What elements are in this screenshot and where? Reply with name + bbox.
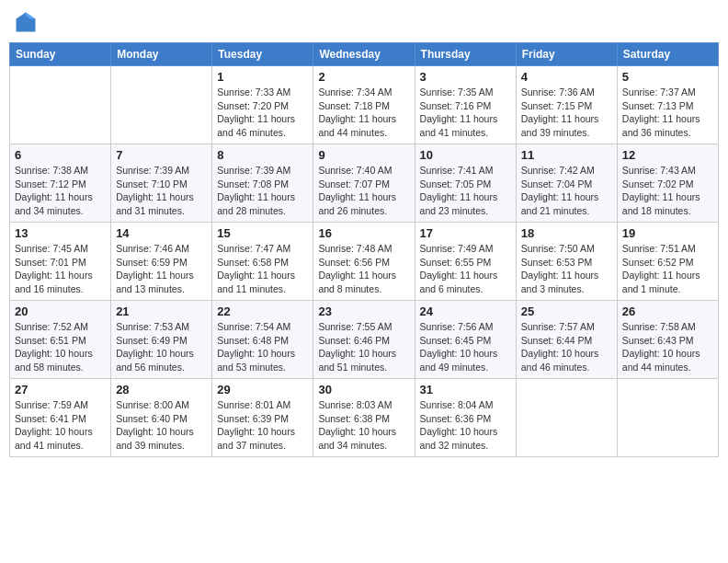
calendar-cell: 10Sunrise: 7:41 AMSunset: 7:05 PMDayligh… [415,144,516,223]
day-number: 23 [318,304,409,318]
calendar-cell: 17Sunrise: 7:49 AMSunset: 6:55 PMDayligh… [415,223,516,301]
calendar-cell: 15Sunrise: 7:47 AMSunset: 6:58 PMDayligh… [212,223,313,301]
day-number: 4 [521,70,612,84]
day-info: Sunrise: 7:41 AMSunset: 7:05 PMDaylight:… [420,164,511,218]
day-info: Sunrise: 7:33 AMSunset: 7:20 PMDaylight:… [217,86,308,140]
calendar-cell: 18Sunrise: 7:50 AMSunset: 6:53 PMDayligh… [516,223,617,301]
day-info: Sunrise: 7:37 AMSunset: 7:13 PMDaylight:… [622,86,713,140]
day-number: 18 [521,226,612,240]
day-info: Sunrise: 8:03 AMSunset: 6:38 PMDaylight:… [318,398,409,453]
day-info: Sunrise: 7:54 AMSunset: 6:48 PMDaylight:… [217,320,308,374]
day-number: 8 [217,148,308,162]
calendar-cell: 9Sunrise: 7:40 AMSunset: 7:07 PMDaylight… [313,144,415,223]
day-info: Sunrise: 7:59 AMSunset: 6:41 PMDaylight:… [15,398,106,453]
page-header [9,9,719,35]
calendar-cell [516,379,617,457]
day-info: Sunrise: 7:38 AMSunset: 7:12 PMDaylight:… [15,164,106,218]
calendar-week-row: 27Sunrise: 7:59 AMSunset: 6:41 PMDayligh… [10,379,719,457]
day-info: Sunrise: 7:46 AMSunset: 6:59 PMDaylight:… [116,242,207,296]
calendar-cell: 2Sunrise: 7:34 AMSunset: 7:18 PMDaylight… [313,66,415,144]
calendar-cell: 31Sunrise: 8:04 AMSunset: 6:36 PMDayligh… [415,379,516,457]
day-info: Sunrise: 7:53 AMSunset: 6:49 PMDaylight:… [116,320,207,374]
calendar-cell: 12Sunrise: 7:43 AMSunset: 7:02 PMDayligh… [617,144,718,223]
day-info: Sunrise: 7:48 AMSunset: 6:56 PMDaylight:… [318,242,409,296]
day-info: Sunrise: 7:43 AMSunset: 7:02 PMDaylight:… [622,164,713,218]
day-number: 22 [217,304,308,318]
calendar-cell: 24Sunrise: 7:56 AMSunset: 6:45 PMDayligh… [415,301,516,379]
calendar-cell [10,66,111,144]
calendar-cell [111,66,212,144]
day-info: Sunrise: 7:56 AMSunset: 6:45 PMDaylight:… [420,320,511,374]
day-info: Sunrise: 7:42 AMSunset: 7:04 PMDaylight:… [521,164,612,218]
day-info: Sunrise: 7:35 AMSunset: 7:16 PMDaylight:… [420,86,511,140]
day-info: Sunrise: 7:52 AMSunset: 6:51 PMDaylight:… [15,320,106,374]
day-number: 21 [116,304,207,318]
calendar-cell: 1Sunrise: 7:33 AMSunset: 7:20 PMDaylight… [212,66,313,144]
day-info: Sunrise: 7:40 AMSunset: 7:07 PMDaylight:… [318,164,409,218]
day-info: Sunrise: 7:57 AMSunset: 6:44 PMDaylight:… [521,320,612,374]
weekday-header: Tuesday [212,43,313,66]
day-number: 6 [15,148,106,162]
calendar-week-row: 20Sunrise: 7:52 AMSunset: 6:51 PMDayligh… [10,301,719,379]
day-number: 12 [622,148,713,162]
calendar-cell: 6Sunrise: 7:38 AMSunset: 7:12 PMDaylight… [10,144,111,223]
day-info: Sunrise: 7:34 AMSunset: 7:18 PMDaylight:… [318,86,409,140]
calendar-cell: 28Sunrise: 8:00 AMSunset: 6:40 PMDayligh… [111,379,212,457]
day-number: 25 [521,304,612,318]
weekday-header: Friday [516,43,617,66]
day-info: Sunrise: 7:51 AMSunset: 6:52 PMDaylight:… [622,242,713,296]
weekday-header: Monday [111,43,212,66]
day-number: 9 [318,148,409,162]
calendar-cell: 29Sunrise: 8:01 AMSunset: 6:39 PMDayligh… [212,379,313,457]
calendar-week-row: 13Sunrise: 7:45 AMSunset: 7:01 PMDayligh… [10,223,719,301]
calendar-cell: 5Sunrise: 7:37 AMSunset: 7:13 PMDaylight… [617,66,718,144]
day-number: 2 [318,70,409,84]
day-number: 15 [217,226,308,240]
day-number: 10 [420,148,511,162]
day-number: 7 [116,148,207,162]
day-number: 16 [318,226,409,240]
day-info: Sunrise: 7:39 AMSunset: 7:08 PMDaylight:… [217,164,308,218]
calendar-table: SundayMondayTuesdayWednesdayThursdayFrid… [9,42,719,457]
calendar-cell: 22Sunrise: 7:54 AMSunset: 6:48 PMDayligh… [212,301,313,379]
weekday-header: Saturday [617,43,718,66]
day-number: 27 [15,383,106,396]
weekday-header: Thursday [415,43,516,66]
calendar-cell: 27Sunrise: 7:59 AMSunset: 6:41 PMDayligh… [10,379,111,457]
calendar-cell: 23Sunrise: 7:55 AMSunset: 6:46 PMDayligh… [313,301,415,379]
calendar-cell: 25Sunrise: 7:57 AMSunset: 6:44 PMDayligh… [516,301,617,379]
day-info: Sunrise: 7:55 AMSunset: 6:46 PMDaylight:… [318,320,409,374]
calendar-cell [617,379,718,457]
calendar-cell: 4Sunrise: 7:36 AMSunset: 7:15 PMDaylight… [516,66,617,144]
day-info: Sunrise: 7:36 AMSunset: 7:15 PMDaylight:… [521,86,612,140]
calendar-cell: 19Sunrise: 7:51 AMSunset: 6:52 PMDayligh… [617,223,718,301]
calendar-week-row: 1Sunrise: 7:33 AMSunset: 7:20 PMDaylight… [10,66,719,144]
day-info: Sunrise: 7:39 AMSunset: 7:10 PMDaylight:… [116,164,207,218]
day-number: 20 [15,304,106,318]
day-number: 5 [622,70,713,84]
calendar-cell: 8Sunrise: 7:39 AMSunset: 7:08 PMDaylight… [212,144,313,223]
day-info: Sunrise: 7:58 AMSunset: 6:43 PMDaylight:… [622,320,713,374]
day-info: Sunrise: 8:01 AMSunset: 6:39 PMDaylight:… [217,398,308,453]
day-number: 14 [116,226,207,240]
calendar-cell: 21Sunrise: 7:53 AMSunset: 6:49 PMDayligh… [111,301,212,379]
day-number: 3 [420,70,511,84]
weekday-header: Sunday [10,43,111,66]
day-number: 30 [318,383,409,396]
calendar-cell: 16Sunrise: 7:48 AMSunset: 6:56 PMDayligh… [313,223,415,301]
logo [13,9,40,35]
day-number: 1 [217,70,308,84]
day-number: 26 [622,304,713,318]
day-number: 17 [420,226,511,240]
day-number: 24 [420,304,511,318]
day-number: 11 [521,148,612,162]
day-number: 28 [116,383,207,396]
logo-icon [13,9,39,35]
day-info: Sunrise: 7:45 AMSunset: 7:01 PMDaylight:… [15,242,106,296]
calendar-cell: 14Sunrise: 7:46 AMSunset: 6:59 PMDayligh… [111,223,212,301]
day-info: Sunrise: 7:49 AMSunset: 6:55 PMDaylight:… [420,242,511,296]
day-number: 31 [420,383,511,396]
day-number: 13 [15,226,106,240]
day-info: Sunrise: 8:00 AMSunset: 6:40 PMDaylight:… [116,398,207,453]
day-number: 29 [217,383,308,396]
